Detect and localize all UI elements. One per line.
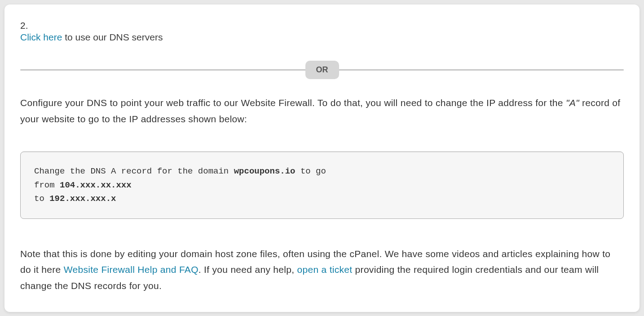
a-record-italic: "A" [566, 98, 579, 108]
instruction-card: 2. Click here to use our DNS servers OR … [4, 4, 640, 312]
note-text: Note that this is done by editing your d… [20, 246, 624, 294]
dns-option-text: to use our DNS servers [62, 32, 163, 42]
divider-line-right [335, 69, 624, 71]
step-number: 2. [20, 20, 624, 31]
faq-link[interactable]: Website Firewall Help and FAQ [64, 264, 198, 275]
or-badge: OR [305, 61, 339, 79]
code-from-ip: 104.xxx.xx.xxx [60, 180, 132, 190]
use-dns-link[interactable]: Click here [20, 32, 62, 42]
code-line-3: to 192.xxx.xxx.x [34, 192, 610, 205]
code-line1-suffix: to go [296, 166, 326, 176]
dns-code-box: Change the DNS A record for the domain w… [20, 151, 624, 218]
note-part2: . If you need any help, [198, 264, 297, 275]
dns-option-line: Click here to use our DNS servers [20, 32, 624, 43]
code-line2-prefix: from [34, 180, 60, 190]
divider-line-left [20, 69, 309, 71]
open-ticket-link[interactable]: open a ticket [297, 264, 353, 275]
code-line3-prefix: to [34, 194, 49, 204]
code-domain: wpcoupons.io [234, 166, 296, 176]
code-line1-prefix: Change the DNS A record for the domain [34, 166, 234, 176]
or-divider: OR [20, 61, 624, 79]
code-line-2: from 104.xxx.xx.xxx [34, 178, 610, 192]
code-line-1: Change the DNS A record for the domain w… [34, 165, 610, 178]
configure-text-before: Configure your DNS to point your web tra… [20, 98, 566, 108]
configure-description: Configure your DNS to point your web tra… [20, 95, 624, 127]
code-to-ip: 192.xxx.xxx.x [49, 194, 116, 204]
